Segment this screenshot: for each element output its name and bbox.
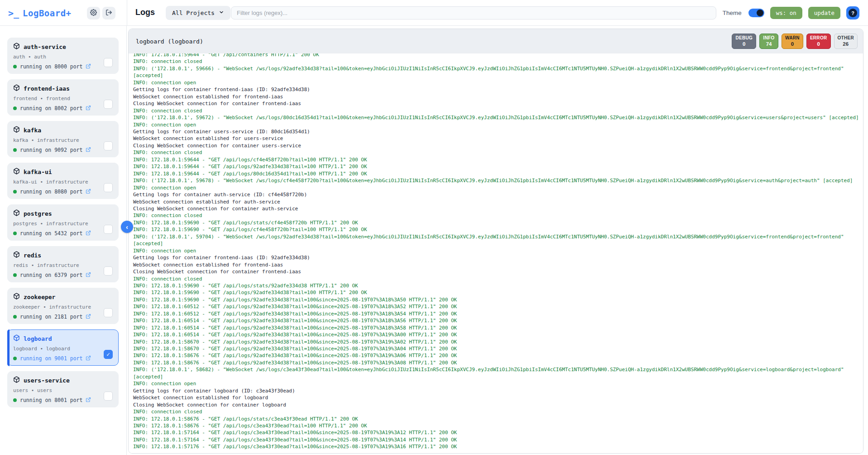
package-icon <box>13 168 20 176</box>
open-port-link-icon[interactable] <box>86 146 91 154</box>
service-select-checkbox[interactable] <box>104 308 113 317</box>
theme-toggle[interactable] <box>748 9 764 17</box>
badge-count: 0 <box>817 41 820 47</box>
service-status-text: running on 8001 port <box>20 397 82 403</box>
log-line: INFO: 172.18.0.1:60512 - "GET /api/logs/… <box>133 303 858 310</box>
service-card-frontend-iaas[interactable]: frontend-iaasfrontend • frontendrunning … <box>7 79 119 116</box>
sidebar-collapse-button[interactable]: ‹ <box>121 221 133 233</box>
package-icon <box>13 376 20 385</box>
service-status-row: running on 9092 port <box>13 146 113 154</box>
terminal-prompt-icon: >_ <box>8 8 19 19</box>
log-line: INFO: 172.18.0.1:59690 - "GET /api/logs/… <box>133 289 858 296</box>
service-project-group: postgres • infrastructure <box>13 221 113 227</box>
badge-other: OTHER26 <box>834 34 858 49</box>
open-port-link-icon[interactable] <box>86 229 91 237</box>
service-project-group: frontend • frontend <box>13 96 113 102</box>
log-line: INFO: 172.18.0.1:58670 - "GET /api/logs/… <box>133 345 858 352</box>
package-icon <box>13 43 20 51</box>
service-project-group: redis • infrastructure <box>13 262 113 268</box>
service-project-group: users • users <box>13 387 113 393</box>
log-output[interactable]: INFO: 172.18.0.1:59644 - "GET /api/conta… <box>129 53 863 453</box>
log-line: INFO: 172.18.0.1:60512 - "GET /api/logs/… <box>133 310 858 317</box>
log-line: INFO: 172.18.0.1:58676 - "GET /api/logs/… <box>133 359 858 366</box>
help-button[interactable]: ? <box>846 6 859 19</box>
service-card-auth-service[interactable]: auth-serviceauth • authrunning on 8000 p… <box>7 38 119 74</box>
service-select-checkbox[interactable] <box>104 225 113 234</box>
question-mark-icon: ? <box>849 9 857 17</box>
settings-button[interactable] <box>87 7 100 19</box>
service-select-checkbox[interactable] <box>104 266 113 276</box>
log-line: [accepted] <box>133 373 858 380</box>
service-status-text: running on 8080 port <box>20 189 82 195</box>
service-select-checkbox[interactable] <box>104 392 113 401</box>
badge-count: 0 <box>791 41 794 47</box>
update-button[interactable]: update <box>808 7 840 19</box>
websocket-status-button[interactable]: ws: on <box>770 7 802 19</box>
service-name: auth-service <box>24 44 66 50</box>
project-filter-dropdown[interactable]: All Projects <box>166 6 230 20</box>
log-line: INFO: connection open <box>133 121 858 128</box>
theme-label: Theme <box>723 10 742 16</box>
log-line: INFO: 172.18.0.1:58670 - "GET /api/logs/… <box>133 339 858 345</box>
log-line: INFO: 172.18.0.1:59690 - "GET /api/logs/… <box>133 219 858 226</box>
log-line: Getting logs for container users-service… <box>133 128 858 135</box>
log-line: INFO: 172.18.0.1:59644 - "GET /api/logs/… <box>133 156 858 163</box>
app-logo: >_ LogBoard+ <box>8 0 72 26</box>
log-line: INFO: ('172.18.0.1', 59678) - "WebSocket… <box>133 177 858 184</box>
badge-count: 26 <box>843 41 849 47</box>
service-status-row: running on 9001 port <box>13 354 113 363</box>
open-port-link-icon[interactable] <box>86 313 91 321</box>
open-port-link-icon[interactable] <box>86 271 91 279</box>
logout-button[interactable] <box>102 7 115 19</box>
service-select-checkbox[interactable] <box>104 100 113 109</box>
service-card-users-service[interactable]: users-serviceusers • usersrunning on 800… <box>7 371 119 407</box>
running-status-dot <box>13 357 17 360</box>
log-line: INFO: connection closed <box>133 149 858 156</box>
open-port-link-icon[interactable] <box>86 396 91 404</box>
log-line: INFO: ('172.18.0.1', 59666) - "WebSocket… <box>133 65 858 72</box>
log-line: INFO: 172.18.0.1:59690 - "GET /api/logs/… <box>133 282 858 289</box>
log-level-badges: DEBUG0INFO74WARN0ERROR0OTHER26 <box>732 34 858 49</box>
service-status-text: running on 6379 port <box>20 272 82 278</box>
open-port-link-icon[interactable] <box>86 188 91 196</box>
service-select-checkbox[interactable] <box>104 141 113 150</box>
service-status-row: running on 6379 port <box>13 271 113 279</box>
open-port-link-icon[interactable] <box>86 354 91 363</box>
service-project-group: zookeeper • infrastructure <box>13 304 113 310</box>
service-card-logboard[interactable]: logboardlogboard • logboardrunning on 90… <box>7 329 119 366</box>
service-select-checkbox[interactable]: ✓ <box>104 350 113 359</box>
log-line: INFO: 172.18.0.1:60514 - "GET /api/logs/… <box>133 317 858 324</box>
log-line: INFO: 172.18.0.1:58676 - "GET /api/logs/… <box>133 352 858 359</box>
log-line: INFO: 172.18.0.1:60514 - "GET /api/logs/… <box>133 324 858 331</box>
theme-toggle-knob <box>757 10 763 16</box>
service-select-checkbox[interactable] <box>104 183 113 192</box>
topbar-actions: Theme ws: on update ? <box>723 0 859 26</box>
package-icon <box>13 84 20 93</box>
service-card-kafka[interactable]: kafkakafka • infrastructurerunning on 90… <box>7 121 119 157</box>
running-status-dot <box>13 148 17 152</box>
log-line: INFO: 172.18.0.1:59644 - "GET /api/logs/… <box>133 163 858 170</box>
badge-warn: WARN0 <box>782 34 803 49</box>
open-port-link-icon[interactable] <box>86 63 91 71</box>
service-name: kafka-ui <box>24 169 52 175</box>
log-line: Closing WebSocket connection for contain… <box>133 142 858 149</box>
service-card-title-row: frontend-iaas <box>13 84 113 93</box>
page-title: Logs <box>135 8 155 17</box>
open-port-link-icon[interactable] <box>86 104 91 112</box>
log-line: INFO: ('172.18.0.1', 59704) - "WebSocket… <box>133 233 858 240</box>
service-name: redis <box>24 252 41 259</box>
log-panel-header: logboard (logboard) DEBUG0INFO74WARN0ERR… <box>129 29 863 53</box>
service-card-zookeeper[interactable]: zookeeperzookeeper • infrastructurerunni… <box>7 288 119 324</box>
running-status-dot <box>13 315 17 319</box>
service-name: zookeeper <box>24 294 55 300</box>
service-card-redis[interactable]: redisredis • infrastructurerunning on 63… <box>7 246 119 282</box>
log-line: INFO: 172.18.0.1:59644 - "GET /api/logs/… <box>133 170 858 177</box>
service-project-group: auth • auth <box>13 54 113 60</box>
service-select-checkbox[interactable] <box>104 58 113 67</box>
service-card-postgres[interactable]: postgrespostgres • infrastructurerunning… <box>7 204 119 241</box>
log-line: INFO: connection closed <box>133 212 858 219</box>
log-line: INFO: 172.18.0.1:57164 - "GET /api/logs/… <box>133 429 858 436</box>
log-filter-input[interactable] <box>231 6 716 19</box>
service-card-kafka-ui[interactable]: kafka-uikafka-ui • infrastructurerunning… <box>7 163 119 199</box>
badge-error: ERROR0 <box>806 34 831 49</box>
